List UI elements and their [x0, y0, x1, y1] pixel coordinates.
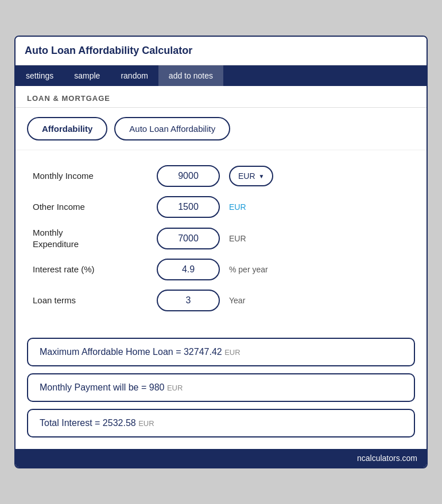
category-auto-loan[interactable]: Auto Loan Affordability: [114, 117, 230, 140]
field-row-monthly-expenditure: MonthlyExpenditure EUR: [33, 227, 409, 249]
result-monthly-payment: Monthly Payment will be = 980 EUR: [27, 373, 415, 402]
tab-add-to-notes[interactable]: add to notes: [158, 65, 223, 86]
calculator-title: Auto Loan Affordability Calculator: [25, 45, 192, 56]
label-other-income: Other Income: [33, 201, 148, 213]
input-monthly-expenditure[interactable]: [157, 228, 220, 249]
result-max-loan-prefix: Maximum Affordable Home Loan =: [40, 347, 181, 357]
unit-other-income: EUR: [229, 202, 246, 212]
result-total-interest-prefix: Total Interest =: [40, 418, 100, 428]
result-max-loan-unit: EUR: [224, 348, 240, 357]
field-row-loan-terms: Loan terms Year: [33, 290, 409, 311]
tab-sample[interactable]: sample: [64, 65, 110, 86]
field-row-monthly-income: Monthly Income EUR: [33, 165, 409, 187]
category-row: Affordability Auto Loan Affordability: [15, 108, 427, 150]
result-monthly-payment-value: 980: [149, 382, 165, 392]
calculator-container: Auto Loan Affordability Calculator setti…: [14, 36, 428, 468]
unit-interest-rate: % per year: [229, 265, 268, 274]
input-loan-terms[interactable]: [157, 290, 220, 311]
input-other-income[interactable]: [157, 196, 220, 218]
unit-monthly-expenditure: EUR: [229, 234, 246, 243]
input-monthly-income[interactable]: [157, 165, 220, 187]
input-interest-rate[interactable]: [157, 259, 220, 280]
result-total-interest-unit: EUR: [138, 419, 154, 428]
label-monthly-income: Monthly Income: [33, 170, 148, 182]
result-total-interest: Total Interest = 2532.58 EUR: [27, 409, 415, 437]
currency-dropdown-value: EUR: [238, 171, 255, 181]
footer-bar: ncalculators.com: [15, 449, 427, 467]
currency-dropdown[interactable]: EUR: [229, 166, 273, 186]
label-loan-terms: Loan terms: [33, 295, 148, 306]
tab-bar: settings sample random add to notes: [15, 65, 427, 86]
footer-text: ncalculators.com: [357, 454, 417, 463]
result-max-loan: Maximum Affordable Home Loan = 32747.42 …: [27, 338, 415, 366]
field-row-other-income: Other Income EUR: [33, 196, 409, 218]
unit-loan-terms: Year: [229, 296, 245, 305]
result-max-loan-value: 32747.42: [184, 347, 222, 357]
fields-section: Monthly Income EUR Other Income EUR Mont…: [15, 150, 427, 332]
tab-random[interactable]: random: [110, 65, 158, 86]
title-bar: Auto Loan Affordability Calculator: [15, 37, 427, 65]
results-section: Maximum Affordable Home Loan = 32747.42 …: [15, 332, 427, 449]
result-monthly-payment-prefix: Monthly Payment will be =: [40, 382, 146, 392]
label-monthly-expenditure: MonthlyExpenditure: [33, 227, 148, 249]
tab-settings[interactable]: settings: [15, 65, 64, 86]
category-affordability[interactable]: Affordability: [27, 117, 107, 140]
label-interest-rate: Interest rate (%): [33, 264, 148, 275]
section-header: LOAN & MORTGAGE: [15, 86, 427, 108]
result-monthly-payment-unit: EUR: [167, 384, 183, 392]
result-total-interest-value: 2532.58: [103, 418, 136, 428]
field-row-interest-rate: Interest rate (%) % per year: [33, 259, 409, 280]
